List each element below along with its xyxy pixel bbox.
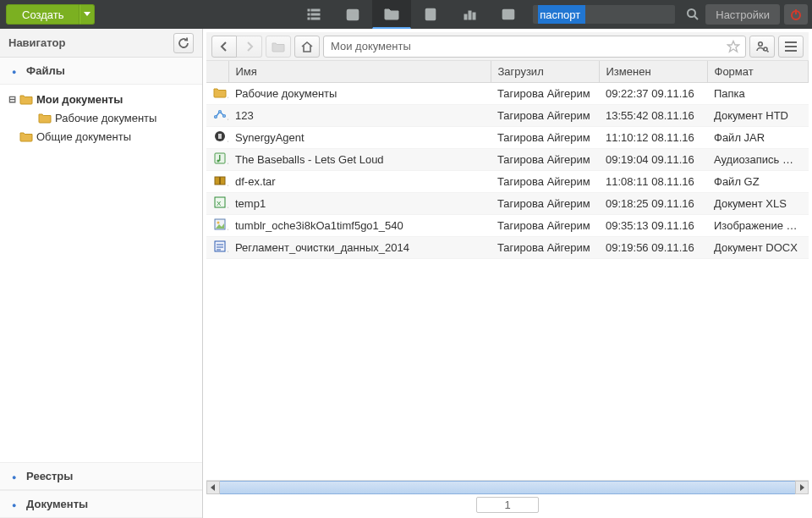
folder-icon (19, 130, 34, 143)
top-bar: Создать Настройки (0, 0, 812, 29)
home-icon (300, 41, 314, 52)
svg-rect-37 (219, 155, 221, 161)
cell-format: Папка (707, 83, 809, 105)
tree-root-my-documents[interactable]: ⊟ Мои документы (3, 90, 199, 108)
cell-modified: 09:19:04 09.11.16 (599, 149, 707, 171)
svg-rect-26 (785, 46, 797, 47)
nav-section-files[interactable]: Файлы (0, 58, 202, 85)
chevron-left-icon (220, 41, 228, 52)
cell-modified: 09:22:37 09.11.16 (599, 83, 707, 105)
col-modified[interactable]: Изменен (599, 61, 707, 83)
content-panel: Мои документы (203, 29, 812, 518)
nav-home-button[interactable] (294, 36, 320, 58)
page-number: 1 (504, 499, 510, 511)
cell-uploader: Тагирова Айгерим (491, 83, 599, 105)
nav-forward-button[interactable] (237, 36, 262, 58)
page-indicator[interactable]: 1 (476, 497, 538, 513)
table-row[interactable]: The Baseballs - Lets Get LoudТагирова Ай… (206, 149, 809, 171)
table-row[interactable]: Xtemp1Тагирова Айгерим09:18:25 09.11.16Д… (206, 193, 809, 215)
chevron-right-icon (245, 41, 254, 52)
favorite-star-icon[interactable] (727, 40, 740, 56)
svg-rect-5 (308, 18, 310, 19)
svg-rect-4 (311, 14, 320, 15)
cell-uploader: Тагирова Айгерим (491, 193, 599, 215)
cell-modified: 11:10:12 08.11.16 (599, 127, 707, 149)
nav-list-icon[interactable] (294, 0, 333, 29)
cell-uploader: Тагирова Айгерим (491, 149, 599, 171)
svg-marker-21 (728, 41, 739, 52)
svg-point-29 (219, 111, 222, 113)
cell-name: SynergyAgent (228, 127, 491, 149)
navigator-header: Навигатор (0, 29, 202, 58)
nav-section-documents[interactable]: Документы (0, 490, 202, 518)
scroll-left-button[interactable] (206, 481, 220, 494)
nav-up-button[interactable] (266, 36, 291, 58)
list-icon (307, 8, 321, 21)
folder-icon (19, 92, 34, 106)
cell-name: tumblr_oche3i8kOa1timf5go1_540 (228, 215, 491, 237)
view-menu-button[interactable] (778, 36, 804, 58)
cell-name: df-ex.tar (228, 171, 491, 193)
nav-tree: ⊟ Мои документы Рабочие документы (0, 85, 202, 151)
nav-calendar-icon[interactable] (333, 0, 372, 29)
search-input[interactable] (533, 5, 675, 24)
filter-button[interactable] (749, 36, 775, 58)
tree-child-work-docs[interactable]: Рабочие документы (22, 108, 199, 127)
nav-chart-icon[interactable] (450, 0, 489, 29)
svg-rect-3 (308, 14, 310, 15)
create-button-group: Создать (6, 4, 95, 25)
search-button[interactable] (680, 0, 705, 29)
settings-button[interactable]: Настройки (705, 4, 780, 25)
navigator-refresh-button[interactable] (173, 33, 194, 53)
power-button[interactable] (784, 4, 808, 25)
table-row[interactable]: 123Тагирова Айгерим13:55:42 08.11.16Доку… (206, 105, 809, 127)
nav-contact-icon[interactable] (489, 0, 528, 29)
table-row[interactable]: tumblr_oche3i8kOa1timf5go1_540Тагирова А… (206, 215, 809, 237)
cell-modified: 09:18:25 09.11.16 (599, 193, 707, 215)
refresh-icon (178, 37, 189, 49)
cell-format: Документ XLS (707, 193, 809, 215)
cell-name: Рабочие документы (228, 83, 491, 105)
tree-shared-docs[interactable]: Общие документы (3, 127, 199, 146)
svg-rect-6 (311, 18, 320, 19)
folder-up-icon (272, 41, 285, 52)
cell-name: 123 (228, 105, 491, 127)
col-name[interactable]: Имя (228, 61, 491, 83)
cell-modified: 11:08:11 08.11.16 (599, 171, 707, 193)
table-row[interactable]: Регламент_очистки_данных_2014Тагирова Ай… (206, 237, 809, 259)
file-table: Имя Загрузил Изменен Формат Рабочие доку… (206, 61, 809, 259)
horizontal-scrollbar[interactable] (206, 481, 809, 494)
create-dropdown[interactable] (80, 4, 95, 25)
table-row[interactable]: df-ex.tarТагирова Айгерим11:08:11 08.11.… (206, 171, 809, 193)
svg-rect-13 (469, 11, 471, 19)
cell-name: temp1 (228, 193, 491, 215)
nav-doc-icon[interactable] (411, 0, 450, 29)
svg-text:X: X (217, 200, 222, 207)
scroll-track[interactable] (220, 481, 795, 494)
cell-modified: 09:19:56 09.11.16 (599, 237, 707, 259)
table-row[interactable]: SynergyAgentТагирова Айгерим11:10:12 08.… (206, 127, 809, 149)
nav-section-registries[interactable]: Реестры (0, 462, 202, 490)
breadcrumb-bar[interactable]: Мои документы (323, 36, 746, 58)
row-icon (206, 149, 228, 171)
table-row[interactable]: Рабочие документыТагирова Айгерим09:22:3… (206, 83, 809, 105)
svg-rect-12 (464, 14, 467, 19)
col-format[interactable]: Формат (707, 61, 809, 83)
cell-format: Документ DOCX (707, 237, 809, 259)
cell-uploader: Тагирова Айгерим (491, 105, 599, 127)
nav-back-button[interactable] (211, 36, 237, 58)
navigator-panel: Навигатор Файлы ⊟ Мои документы (0, 29, 203, 518)
nav-files-icon[interactable] (372, 0, 411, 29)
nav-section-files-label: Файлы (26, 64, 65, 77)
expander-minus-icon[interactable]: ⊟ (5, 94, 19, 105)
create-button[interactable]: Создать (6, 4, 80, 25)
col-icon[interactable] (206, 61, 228, 83)
search-icon (686, 8, 700, 21)
row-icon (206, 171, 228, 193)
table-header-row: Имя Загрузил Изменен Формат (206, 61, 809, 83)
power-icon (789, 8, 803, 21)
col-uploader[interactable]: Загрузил (491, 61, 599, 83)
cell-format: Документ HTD (707, 105, 809, 127)
scroll-right-button[interactable] (795, 481, 809, 494)
svg-rect-14 (473, 13, 475, 19)
